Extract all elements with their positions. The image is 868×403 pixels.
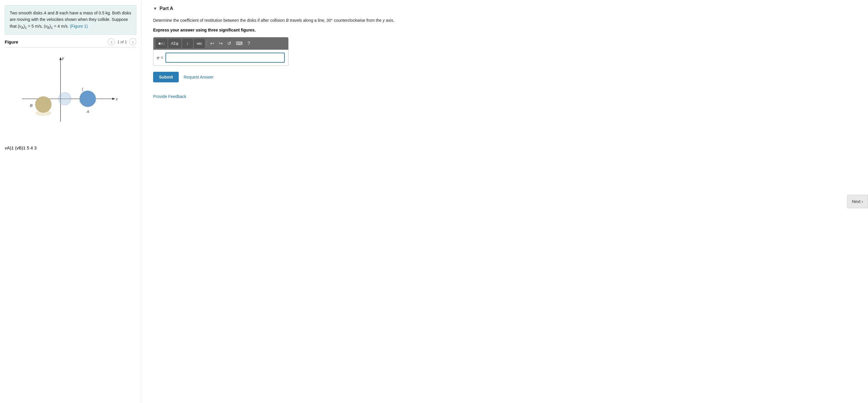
part-a-label: Part A	[160, 6, 174, 11]
help-icon: ?	[247, 41, 250, 46]
svg-text:A: A	[86, 110, 89, 114]
figure-section: Figure ‹ 1 of 1 › y x	[0, 38, 141, 149]
arrows-button[interactable]: ↕	[182, 39, 193, 48]
keyboard-icon: ⌨	[236, 41, 243, 46]
math-toolbar: ■√□ ΑΣφ ↕ vec ↩ ↪ ↺ ⌨	[153, 37, 288, 50]
submit-button[interactable]: Submit	[153, 72, 179, 82]
figure-pagination: 1 of 1	[117, 40, 127, 44]
math-input-row: e =	[153, 50, 288, 66]
svg-text:x: x	[116, 97, 118, 101]
help-button[interactable]: ?	[246, 39, 252, 48]
svg-point-10	[80, 91, 96, 107]
math-templates-icon: ■√□	[158, 41, 164, 45]
figure-prev-button[interactable]: ‹	[108, 38, 115, 45]
greek-icon: ΑΣφ	[171, 41, 179, 45]
next-button[interactable]: Next ›	[847, 195, 868, 208]
next-button-container: Next ›	[847, 195, 868, 208]
vec-button[interactable]: vec	[194, 39, 205, 48]
svg-marker-4	[112, 98, 115, 100]
provide-feedback-link[interactable]: Provide Feedback	[153, 94, 186, 99]
figure-canvas: y x B A	[5, 50, 136, 144]
undo-button[interactable]: ↩	[209, 39, 216, 48]
figure-next-button[interactable]: ›	[129, 38, 136, 45]
undo-icon: ↩	[210, 41, 214, 46]
left-panel: Two smooth disks A and B each have a mas…	[0, 0, 141, 403]
redo-icon: ↪	[219, 41, 223, 46]
figure-title: Figure	[5, 39, 18, 44]
greek-symbols-button[interactable]: ΑΣφ	[168, 39, 181, 48]
keyboard-button[interactable]: ⌨	[234, 39, 244, 48]
arrows-icon: ↕	[186, 41, 188, 45]
next-chevron-icon: ›	[862, 199, 863, 204]
next-label: Next	[852, 199, 861, 204]
figure-nav: ‹ 1 of 1 ›	[108, 38, 136, 45]
figure-header: Figure ‹ 1 of 1 ›	[5, 38, 136, 47]
action-row: Submit Request Answer	[153, 72, 856, 82]
problem-box: Two smooth disks A and B each have a mas…	[5, 5, 136, 35]
answer-input[interactable]	[165, 53, 285, 63]
svg-marker-1	[60, 57, 62, 60]
math-input-container: ■√□ ΑΣφ ↕ vec ↩ ↪ ↺ ⌨	[153, 37, 288, 66]
math-templates-button[interactable]: ■√□	[156, 39, 167, 48]
redo-button[interactable]: ↪	[217, 39, 224, 48]
refresh-icon: ↺	[227, 41, 231, 46]
collapse-icon[interactable]: ▼	[153, 6, 157, 11]
right-panel: ▼ Part A Determine the coefficient of re…	[141, 0, 868, 403]
svg-text:(: (	[82, 87, 83, 91]
refresh-button[interactable]: ↺	[225, 39, 233, 48]
vec-icon: vec	[197, 41, 202, 45]
svg-point-12	[59, 93, 71, 105]
part-a-header: ▼ Part A	[153, 6, 856, 11]
problem-text: Two smooth disks A and B each have a mas…	[10, 10, 131, 29]
math-label: e =	[157, 55, 163, 60]
instruction-text: Express your answer using three signific…	[153, 28, 856, 32]
figure-link[interactable]: (Figure 1)	[70, 24, 88, 29]
svg-text:y: y	[62, 56, 64, 60]
svg-point-7	[35, 97, 51, 112]
request-answer-link[interactable]: Request Answer	[183, 75, 214, 79]
question-text: Determine the coefficient of restitution…	[153, 17, 403, 24]
svg-text:B: B	[30, 103, 33, 108]
